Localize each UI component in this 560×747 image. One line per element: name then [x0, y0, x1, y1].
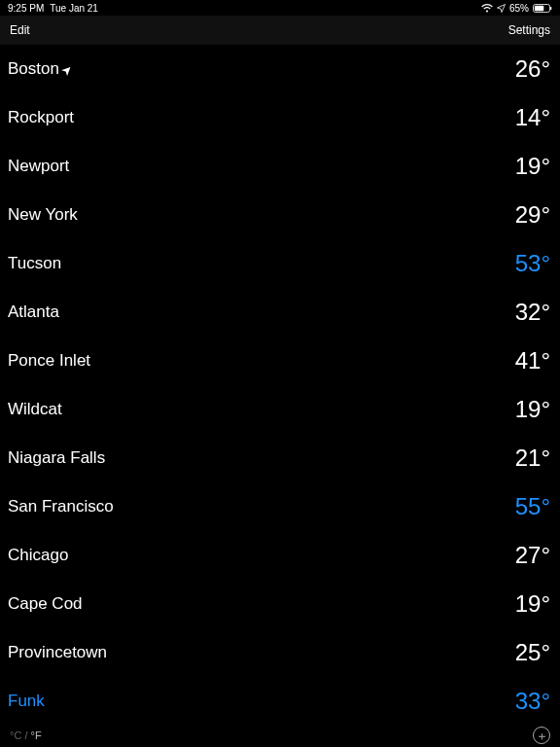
temperature-value: 41°: [515, 347, 550, 374]
add-location-button[interactable]: ＋: [533, 727, 550, 744]
unit-celsius: °C: [10, 729, 21, 741]
temperature-value: 26°: [515, 55, 550, 83]
footer-bar: °C / °F ＋: [0, 724, 560, 747]
settings-button[interactable]: Settings: [508, 23, 550, 37]
temperature-value: 33°: [515, 688, 550, 715]
temperature-value: 21°: [515, 445, 550, 472]
location-row[interactable]: Wildcat19°: [0, 385, 560, 434]
location-row[interactable]: Tucson53°: [0, 239, 560, 288]
status-left: 9:25 PM Tue Jan 21: [8, 3, 98, 14]
status-date: Tue Jan 21: [50, 3, 98, 14]
unit-toggle[interactable]: °C / °F: [10, 729, 42, 741]
temperature-value: 32°: [515, 299, 550, 326]
city-name: Wildcat: [8, 400, 62, 419]
status-right: 65%: [481, 3, 552, 14]
city-name: Rockport: [8, 108, 74, 127]
status-bar: 9:25 PM Tue Jan 21 65%: [0, 0, 560, 16]
location-row[interactable]: Provincetown25°: [0, 628, 560, 677]
city-name: New York: [8, 205, 78, 225]
city-name: Boston➤: [8, 59, 72, 79]
edit-button[interactable]: Edit: [10, 23, 30, 37]
location-row[interactable]: Newport19°: [0, 142, 560, 191]
location-row[interactable]: Atlanta32°: [0, 288, 560, 337]
temperature-value: 19°: [515, 153, 550, 180]
location-arrow-icon: ➤: [58, 61, 75, 78]
location-row[interactable]: Cape Cod19°: [0, 580, 560, 628]
temperature-value: 19°: [515, 396, 550, 423]
city-name: Cape Cod: [8, 594, 83, 614]
location-row[interactable]: Niagara Falls21°: [0, 434, 560, 482]
city-name: Chicago: [8, 546, 68, 565]
location-row[interactable]: New York29°: [0, 191, 560, 239]
battery-icon: [533, 4, 552, 13]
unit-fahrenheit: °F: [31, 729, 42, 741]
temperature-value: 55°: [515, 493, 550, 520]
city-name: Atlanta: [8, 302, 59, 322]
city-name: Newport: [8, 157, 69, 176]
plus-icon: ＋: [536, 729, 548, 742]
temperature-value: 19°: [515, 590, 550, 618]
svg-rect-1: [535, 5, 544, 10]
location-row[interactable]: Ponce Inlet41°: [0, 337, 560, 385]
location-row[interactable]: Chicago27°: [0, 531, 560, 580]
location-row[interactable]: Funk33°: [0, 677, 560, 724]
unit-separator: /: [21, 729, 30, 741]
location-services-icon: [497, 4, 506, 13]
nav-bar: Edit Settings: [0, 16, 560, 45]
temperature-value: 53°: [515, 250, 550, 277]
wifi-icon: [481, 4, 493, 13]
city-name: Funk: [8, 692, 45, 711]
temperature-value: 29°: [515, 201, 550, 229]
status-battery: 65%: [509, 3, 529, 14]
status-time: 9:25 PM: [8, 3, 44, 14]
location-row[interactable]: Rockport14°: [0, 93, 560, 142]
city-name: Provincetown: [8, 643, 107, 662]
temperature-value: 27°: [515, 542, 550, 569]
svg-rect-2: [550, 7, 551, 10]
temperature-value: 14°: [515, 104, 550, 131]
location-row[interactable]: Boston➤26°: [0, 45, 560, 93]
city-name: Tucson: [8, 254, 61, 273]
locations-list: Boston➤26°Rockport14°Newport19°New York2…: [0, 45, 560, 724]
temperature-value: 25°: [515, 639, 550, 666]
city-name: Ponce Inlet: [8, 351, 90, 371]
city-name: San Francisco: [8, 497, 114, 516]
location-row[interactable]: San Francisco55°: [0, 482, 560, 531]
city-name: Niagara Falls: [8, 448, 105, 468]
